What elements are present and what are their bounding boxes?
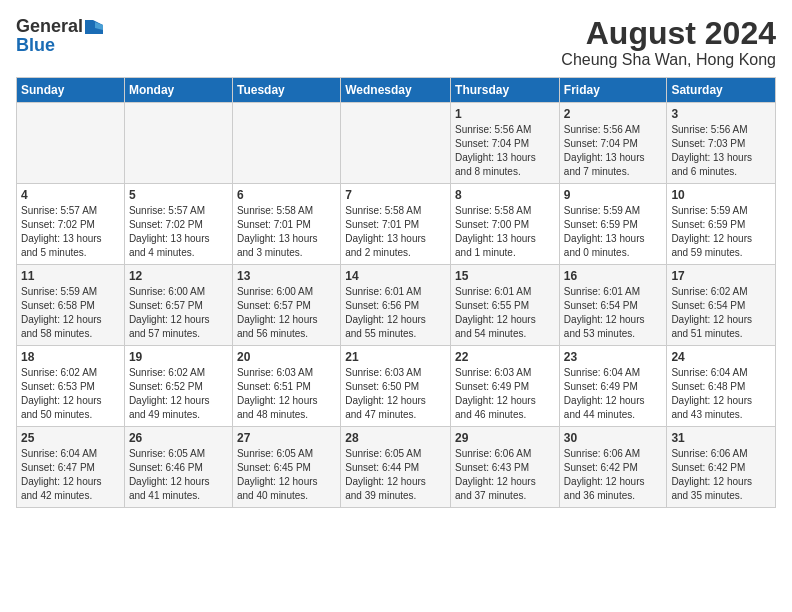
calendar-cell — [341, 103, 451, 184]
calendar-cell: 23Sunrise: 6:04 AM Sunset: 6:49 PM Dayli… — [559, 346, 667, 427]
header-row: SundayMondayTuesdayWednesdayThursdayFrid… — [17, 78, 776, 103]
day-number: 27 — [237, 431, 336, 445]
day-number: 5 — [129, 188, 228, 202]
calendar-cell: 20Sunrise: 6:03 AM Sunset: 6:51 PM Dayli… — [232, 346, 340, 427]
subtitle: Cheung Sha Wan, Hong Kong — [561, 51, 776, 69]
day-info: Sunrise: 5:57 AM Sunset: 7:02 PM Dayligh… — [21, 204, 120, 260]
day-number: 4 — [21, 188, 120, 202]
day-info: Sunrise: 6:04 AM Sunset: 6:49 PM Dayligh… — [564, 366, 663, 422]
calendar-cell: 21Sunrise: 6:03 AM Sunset: 6:50 PM Dayli… — [341, 346, 451, 427]
calendar-cell: 29Sunrise: 6:06 AM Sunset: 6:43 PM Dayli… — [451, 427, 560, 508]
calendar-cell: 26Sunrise: 6:05 AM Sunset: 6:46 PM Dayli… — [124, 427, 232, 508]
day-info: Sunrise: 6:02 AM Sunset: 6:52 PM Dayligh… — [129, 366, 228, 422]
week-row-3: 11Sunrise: 5:59 AM Sunset: 6:58 PM Dayli… — [17, 265, 776, 346]
day-info: Sunrise: 6:05 AM Sunset: 6:46 PM Dayligh… — [129, 447, 228, 503]
calendar-cell: 18Sunrise: 6:02 AM Sunset: 6:53 PM Dayli… — [17, 346, 125, 427]
header-day-sunday: Sunday — [17, 78, 125, 103]
day-info: Sunrise: 5:56 AM Sunset: 7:03 PM Dayligh… — [671, 123, 771, 179]
day-number: 6 — [237, 188, 336, 202]
week-row-5: 25Sunrise: 6:04 AM Sunset: 6:47 PM Dayli… — [17, 427, 776, 508]
logo-bird-icon — [85, 20, 103, 34]
logo-blue-text: Blue — [16, 35, 55, 56]
day-info: Sunrise: 5:59 AM Sunset: 6:59 PM Dayligh… — [564, 204, 663, 260]
day-number: 7 — [345, 188, 446, 202]
day-info: Sunrise: 5:58 AM Sunset: 7:01 PM Dayligh… — [345, 204, 446, 260]
calendar-cell: 5Sunrise: 5:57 AM Sunset: 7:02 PM Daylig… — [124, 184, 232, 265]
day-number: 2 — [564, 107, 663, 121]
day-number: 21 — [345, 350, 446, 364]
week-row-1: 1Sunrise: 5:56 AM Sunset: 7:04 PM Daylig… — [17, 103, 776, 184]
calendar-cell: 22Sunrise: 6:03 AM Sunset: 6:49 PM Dayli… — [451, 346, 560, 427]
day-number: 3 — [671, 107, 771, 121]
day-info: Sunrise: 6:05 AM Sunset: 6:44 PM Dayligh… — [345, 447, 446, 503]
calendar-cell: 25Sunrise: 6:04 AM Sunset: 6:47 PM Dayli… — [17, 427, 125, 508]
day-info: Sunrise: 6:02 AM Sunset: 6:54 PM Dayligh… — [671, 285, 771, 341]
day-info: Sunrise: 5:58 AM Sunset: 7:00 PM Dayligh… — [455, 204, 555, 260]
day-info: Sunrise: 6:00 AM Sunset: 6:57 PM Dayligh… — [129, 285, 228, 341]
day-number: 9 — [564, 188, 663, 202]
day-number: 25 — [21, 431, 120, 445]
day-number: 13 — [237, 269, 336, 283]
day-info: Sunrise: 6:06 AM Sunset: 6:42 PM Dayligh… — [564, 447, 663, 503]
calendar-cell: 31Sunrise: 6:06 AM Sunset: 6:42 PM Dayli… — [667, 427, 776, 508]
day-info: Sunrise: 6:00 AM Sunset: 6:57 PM Dayligh… — [237, 285, 336, 341]
calendar-cell: 13Sunrise: 6:00 AM Sunset: 6:57 PM Dayli… — [232, 265, 340, 346]
header-day-wednesday: Wednesday — [341, 78, 451, 103]
day-number: 19 — [129, 350, 228, 364]
calendar-cell: 12Sunrise: 6:00 AM Sunset: 6:57 PM Dayli… — [124, 265, 232, 346]
calendar-cell: 17Sunrise: 6:02 AM Sunset: 6:54 PM Dayli… — [667, 265, 776, 346]
day-number: 24 — [671, 350, 771, 364]
day-info: Sunrise: 6:04 AM Sunset: 6:48 PM Dayligh… — [671, 366, 771, 422]
calendar-cell: 27Sunrise: 6:05 AM Sunset: 6:45 PM Dayli… — [232, 427, 340, 508]
calendar-cell: 15Sunrise: 6:01 AM Sunset: 6:55 PM Dayli… — [451, 265, 560, 346]
header-day-saturday: Saturday — [667, 78, 776, 103]
day-info: Sunrise: 5:59 AM Sunset: 6:59 PM Dayligh… — [671, 204, 771, 260]
calendar-cell — [124, 103, 232, 184]
day-info: Sunrise: 5:58 AM Sunset: 7:01 PM Dayligh… — [237, 204, 336, 260]
header-day-friday: Friday — [559, 78, 667, 103]
calendar-cell: 10Sunrise: 5:59 AM Sunset: 6:59 PM Dayli… — [667, 184, 776, 265]
day-number: 15 — [455, 269, 555, 283]
day-info: Sunrise: 5:59 AM Sunset: 6:58 PM Dayligh… — [21, 285, 120, 341]
week-row-4: 18Sunrise: 6:02 AM Sunset: 6:53 PM Dayli… — [17, 346, 776, 427]
calendar-cell: 16Sunrise: 6:01 AM Sunset: 6:54 PM Dayli… — [559, 265, 667, 346]
day-info: Sunrise: 6:01 AM Sunset: 6:56 PM Dayligh… — [345, 285, 446, 341]
calendar-cell: 6Sunrise: 5:58 AM Sunset: 7:01 PM Daylig… — [232, 184, 340, 265]
day-info: Sunrise: 6:05 AM Sunset: 6:45 PM Dayligh… — [237, 447, 336, 503]
calendar-cell: 11Sunrise: 5:59 AM Sunset: 6:58 PM Dayli… — [17, 265, 125, 346]
day-number: 10 — [671, 188, 771, 202]
day-number: 8 — [455, 188, 555, 202]
header-day-tuesday: Tuesday — [232, 78, 340, 103]
calendar-cell — [232, 103, 340, 184]
calendar-cell: 2Sunrise: 5:56 AM Sunset: 7:04 PM Daylig… — [559, 103, 667, 184]
header: General Blue August 2024 Cheung Sha Wan,… — [16, 16, 776, 69]
calendar-cell — [17, 103, 125, 184]
calendar-cell: 19Sunrise: 6:02 AM Sunset: 6:52 PM Dayli… — [124, 346, 232, 427]
calendar-cell: 14Sunrise: 6:01 AM Sunset: 6:56 PM Dayli… — [341, 265, 451, 346]
day-info: Sunrise: 6:02 AM Sunset: 6:53 PM Dayligh… — [21, 366, 120, 422]
day-info: Sunrise: 5:56 AM Sunset: 7:04 PM Dayligh… — [455, 123, 555, 179]
day-info: Sunrise: 6:04 AM Sunset: 6:47 PM Dayligh… — [21, 447, 120, 503]
title-section: August 2024 Cheung Sha Wan, Hong Kong — [561, 16, 776, 69]
day-number: 17 — [671, 269, 771, 283]
day-info: Sunrise: 6:03 AM Sunset: 6:50 PM Dayligh… — [345, 366, 446, 422]
calendar-cell: 7Sunrise: 5:58 AM Sunset: 7:01 PM Daylig… — [341, 184, 451, 265]
calendar-cell: 4Sunrise: 5:57 AM Sunset: 7:02 PM Daylig… — [17, 184, 125, 265]
day-number: 28 — [345, 431, 446, 445]
day-info: Sunrise: 6:06 AM Sunset: 6:43 PM Dayligh… — [455, 447, 555, 503]
week-row-2: 4Sunrise: 5:57 AM Sunset: 7:02 PM Daylig… — [17, 184, 776, 265]
calendar-cell: 28Sunrise: 6:05 AM Sunset: 6:44 PM Dayli… — [341, 427, 451, 508]
main-title: August 2024 — [561, 16, 776, 51]
header-day-monday: Monday — [124, 78, 232, 103]
day-info: Sunrise: 6:01 AM Sunset: 6:54 PM Dayligh… — [564, 285, 663, 341]
calendar-cell: 3Sunrise: 5:56 AM Sunset: 7:03 PM Daylig… — [667, 103, 776, 184]
day-info: Sunrise: 5:57 AM Sunset: 7:02 PM Dayligh… — [129, 204, 228, 260]
day-info: Sunrise: 6:03 AM Sunset: 6:49 PM Dayligh… — [455, 366, 555, 422]
day-number: 20 — [237, 350, 336, 364]
day-number: 14 — [345, 269, 446, 283]
day-number: 26 — [129, 431, 228, 445]
day-info: Sunrise: 6:03 AM Sunset: 6:51 PM Dayligh… — [237, 366, 336, 422]
calendar-cell: 30Sunrise: 6:06 AM Sunset: 6:42 PM Dayli… — [559, 427, 667, 508]
calendar-table: SundayMondayTuesdayWednesdayThursdayFrid… — [16, 77, 776, 508]
logo: General Blue — [16, 16, 103, 56]
